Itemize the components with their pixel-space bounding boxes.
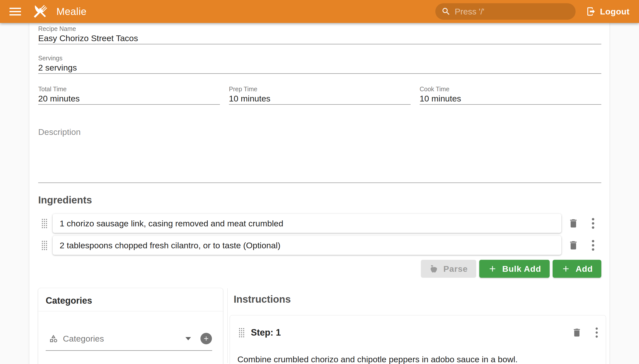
select-underline (46, 350, 212, 351)
ingredient-row: 2 tablespoons chopped fresh cilantro, or… (38, 236, 601, 255)
delete-ingredient-button[interactable] (568, 218, 579, 229)
add-category-button[interactable] (200, 333, 212, 344)
categories-select[interactable]: Categories (49, 332, 212, 345)
ingredients-heading: Ingredients (38, 194, 601, 206)
app-header: Mealie Logout (0, 0, 639, 23)
drag-handle-icon[interactable] (238, 327, 245, 338)
logout-icon (586, 6, 596, 16)
ingredient-menu-button[interactable] (591, 218, 595, 229)
total-time-value[interactable]: 20 minutes (38, 93, 220, 105)
total-time-field[interactable]: Total Time 20 minutes (38, 85, 220, 105)
shapes-icon (49, 334, 58, 343)
recipe-editor-card: Recipe Name Easy Chorizo Street Tacos Se… (30, 23, 609, 364)
plus-icon (561, 264, 571, 274)
plus-icon (488, 264, 497, 274)
step-menu-button[interactable] (595, 327, 598, 338)
chevron-down-icon[interactable] (185, 337, 191, 340)
logout-label: Logout (600, 7, 629, 16)
cook-time-field[interactable]: Cook Time 10 minutes (419, 85, 601, 105)
search-input[interactable] (455, 7, 570, 16)
delete-ingredient-button[interactable] (568, 240, 579, 251)
description-field[interactable]: Description (38, 126, 601, 183)
servings-field[interactable]: Servings 2 servings (38, 54, 601, 74)
description-textarea[interactable] (38, 138, 601, 183)
kebab-icon (595, 327, 598, 338)
apple-icon (429, 264, 438, 273)
ingredient-row: 1 chorizo sausage link, casing removed a… (38, 214, 601, 233)
trash-icon (568, 218, 579, 229)
kebab-icon (591, 240, 595, 251)
add-label: Add (576, 264, 593, 274)
recipe-name-label: Recipe Name (38, 25, 601, 32)
step-title: Step: 1 (251, 327, 281, 338)
parse-button[interactable]: Parse (421, 260, 476, 278)
delete-step-button[interactable] (572, 327, 582, 338)
servings-value[interactable]: 2 servings (38, 62, 601, 74)
drag-handle-icon[interactable] (41, 240, 48, 251)
prep-time-value[interactable]: 10 minutes (229, 93, 411, 105)
drag-handle-icon[interactable] (41, 218, 48, 229)
instruction-step-card: Step: 1 Combine crum (230, 315, 606, 364)
add-ingredient-button[interactable]: Add (553, 260, 601, 278)
instructions-heading: Instructions (234, 293, 601, 305)
cook-time-value[interactable]: 10 minutes (419, 93, 601, 105)
logout-button[interactable]: Logout (586, 6, 629, 16)
plus-icon (203, 335, 210, 342)
kebab-icon (591, 218, 595, 229)
trash-icon (572, 327, 582, 338)
search-icon (441, 7, 451, 16)
ingredient-input[interactable]: 2 tablespoons chopped fresh cilantro, or… (53, 236, 561, 255)
description-label: Description (38, 126, 601, 138)
bulk-add-button[interactable]: Bulk Add (479, 260, 550, 278)
menu-icon[interactable] (10, 8, 21, 16)
mealie-logo-icon (31, 2, 49, 21)
bulk-add-label: Bulk Add (502, 264, 541, 274)
trash-icon (568, 240, 579, 251)
search-bar[interactable] (435, 3, 576, 20)
divider (38, 311, 223, 312)
categories-card-title: Categories (38, 288, 223, 306)
ingredient-input[interactable]: 1 chorizo sausage link, casing removed a… (53, 214, 561, 233)
total-time-label: Total Time (38, 85, 220, 93)
recipe-name-value[interactable]: Easy Chorizo Street Tacos (38, 32, 601, 44)
parse-label: Parse (443, 264, 468, 274)
prep-time-field[interactable]: Prep Time 10 minutes (229, 85, 411, 105)
prep-time-label: Prep Time (229, 85, 411, 93)
cook-time-label: Cook Time (419, 85, 601, 93)
categories-card: Categories Categories (38, 288, 223, 364)
categories-select-label: Categories (63, 334, 104, 344)
recipe-name-field[interactable]: Recipe Name Easy Chorizo Street Tacos (38, 25, 601, 44)
ingredient-menu-button[interactable] (591, 240, 595, 251)
servings-label: Servings (38, 54, 601, 62)
app-title: Mealie (56, 6, 87, 17)
step-text-input[interactable]: Combine crumbled chorizo and chipotle pe… (237, 354, 598, 364)
